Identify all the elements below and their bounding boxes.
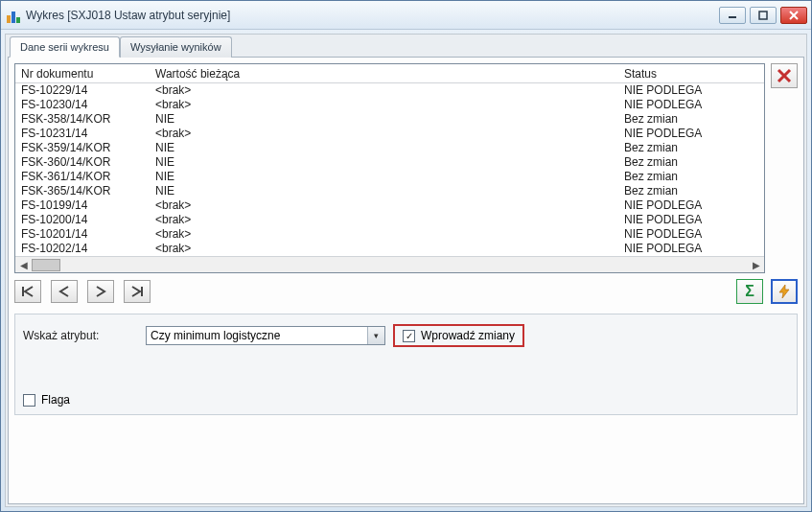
flag-checkbox[interactable]: [23, 394, 35, 407]
svg-marker-8: [779, 285, 789, 298]
scroll-left-icon[interactable]: ◀: [15, 257, 32, 273]
apply-changes-label: Wprowadź zmiany: [421, 329, 515, 342]
cell-status: Bez zmian: [624, 112, 758, 127]
cell-doc: FS-10200/14: [21, 213, 155, 227]
window-controls: [719, 7, 807, 24]
nav-next-icon: [94, 286, 107, 297]
tab-bar: Dane serii wykresu Wysyłanie wyników: [8, 36, 804, 58]
cell-status: Bez zmian: [624, 184, 758, 198]
cell-val: <brak>: [155, 98, 624, 112]
table-row[interactable]: FS-10201/14<brak>NIE PODLEGA: [21, 227, 758, 242]
attribute-label: Wskaż atrybut:: [23, 329, 138, 342]
maximize-icon: [758, 11, 768, 20]
table-row[interactable]: FSK-360/14/KORNIEBez zmian: [21, 155, 758, 170]
cell-status: NIE PODLEGA: [624, 213, 758, 227]
table-row[interactable]: FSK-358/14/KORNIEBez zmian: [21, 112, 758, 127]
col-header-doc[interactable]: Nr dokumentu: [21, 67, 155, 81]
cell-status: NIE PODLEGA: [624, 198, 758, 213]
table-row[interactable]: FS-10229/14<brak>NIE PODLEGA: [21, 83, 758, 98]
nav-prev-icon: [58, 286, 71, 297]
cell-doc: FS-10202/14: [21, 242, 155, 256]
tab-data-series[interactable]: Dane serii wykresu: [10, 36, 120, 58]
cell-status: Bez zmian: [624, 141, 758, 155]
data-grid[interactable]: Nr dokumentu Wartość bieżąca Status FS-1…: [14, 63, 765, 273]
table-row[interactable]: FS-10199/14<brak>NIE PODLEGA: [21, 198, 758, 213]
cell-val: <brak>: [155, 227, 624, 242]
col-header-val[interactable]: Wartość bieżąca: [155, 67, 624, 81]
svg-rect-1: [759, 12, 767, 19]
table-row[interactable]: FSK-359/14/KORNIEBez zmian: [21, 141, 758, 155]
cell-status: NIE PODLEGA: [624, 98, 758, 112]
nav-first-icon: [21, 286, 35, 297]
cell-doc: FS-10199/14: [21, 198, 155, 213]
delete-x-icon: [776, 67, 793, 84]
window-title: Wykres [SXJ018 Ustaw atrybut seryjnie]: [26, 9, 719, 22]
close-icon: [789, 11, 799, 20]
cell-doc: FS-10231/14: [21, 127, 155, 141]
client-area: Dane serii wykresu Wysyłanie wyników Nr …: [5, 34, 807, 507]
minimize-icon: [728, 11, 737, 20]
table-row[interactable]: FSK-361/14/KORNIEBez zmian: [21, 170, 758, 184]
cell-val: NIE: [155, 170, 624, 184]
cell-val: NIE: [155, 155, 624, 170]
bottom-panel: Wskaż atrybut: Czy minimum logistyczne ▾…: [14, 314, 798, 415]
attribute-select[interactable]: Czy minimum logistyczne ▾: [146, 326, 385, 345]
table-row[interactable]: FS-10202/14<brak>NIE PODLEGA: [21, 242, 758, 256]
close-button[interactable]: [780, 7, 807, 24]
apply-changes-checkbox[interactable]: ✓: [403, 330, 415, 342]
cell-status: NIE PODLEGA: [624, 242, 758, 256]
nav-next-button[interactable]: [87, 280, 114, 303]
run-button[interactable]: [771, 279, 798, 304]
flag-row[interactable]: Flaga: [23, 393, 789, 407]
grid-body: FS-10229/14<brak>NIE PODLEGAFS-10230/14<…: [15, 83, 764, 256]
cell-status: Bez zmian: [624, 155, 758, 170]
grid-header: Nr dokumentu Wartość bieżąca Status: [15, 64, 764, 83]
cell-status: NIE PODLEGA: [624, 227, 758, 242]
dropdown-icon[interactable]: ▾: [367, 327, 384, 344]
cell-doc: FS-10229/14: [21, 83, 155, 98]
nav-toolbar: Σ: [14, 273, 798, 304]
cell-doc: FSK-365/14/KOR: [21, 184, 155, 198]
cell-doc: FS-10230/14: [21, 98, 155, 112]
flag-label: Flaga: [41, 393, 70, 407]
sum-button[interactable]: Σ: [736, 279, 763, 304]
table-row[interactable]: FS-10200/14<brak>NIE PODLEGA: [21, 213, 758, 227]
cell-status: NIE PODLEGA: [624, 83, 758, 98]
cell-doc: FS-10201/14: [21, 227, 155, 242]
tab-send-results[interactable]: Wysyłanie wyników: [120, 36, 232, 58]
nav-first-button[interactable]: [14, 280, 41, 303]
cell-doc: FSK-359/14/KOR: [21, 141, 155, 155]
titlebar: Wykres [SXJ018 Ustaw atrybut seryjnie]: [1, 1, 811, 30]
nav-last-icon: [130, 286, 144, 297]
app-window: Wykres [SXJ018 Ustaw atrybut seryjnie] D…: [0, 0, 812, 512]
tab-panel: Nr dokumentu Wartość bieżąca Status FS-1…: [8, 57, 804, 504]
scroll-right-icon[interactable]: ▶: [748, 257, 764, 273]
maximize-button[interactable]: [750, 7, 777, 24]
cell-val: <brak>: [155, 213, 624, 227]
col-header-status[interactable]: Status: [624, 67, 758, 81]
lightning-icon: [777, 284, 792, 299]
cell-doc: FSK-358/14/KOR: [21, 112, 155, 127]
scroll-thumb[interactable]: [32, 259, 60, 271]
cell-val: NIE: [155, 141, 624, 155]
delete-button[interactable]: [771, 63, 798, 88]
table-row[interactable]: FSK-365/14/KORNIEBez zmian: [21, 184, 758, 198]
cell-val: <brak>: [155, 242, 624, 256]
minimize-button[interactable]: [719, 7, 746, 24]
horizontal-scrollbar[interactable]: ◀ ▶: [15, 256, 764, 272]
cell-val: <brak>: [155, 127, 624, 141]
cell-val: NIE: [155, 112, 624, 127]
app-icon: [7, 8, 22, 23]
cell-val: <brak>: [155, 198, 624, 213]
cell-status: NIE PODLEGA: [624, 127, 758, 141]
grid-top-row: Nr dokumentu Wartość bieżąca Status FS-1…: [14, 63, 798, 273]
attribute-select-value: Czy minimum logistyczne: [147, 327, 367, 344]
cell-status: Bez zmian: [624, 170, 758, 184]
table-row[interactable]: FS-10231/14<brak>NIE PODLEGA: [21, 127, 758, 141]
sigma-icon: Σ: [745, 283, 754, 300]
apply-changes-group[interactable]: ✓ Wprowadź zmiany: [393, 324, 524, 347]
table-row[interactable]: FS-10230/14<brak>NIE PODLEGA: [21, 98, 758, 112]
nav-prev-button[interactable]: [51, 280, 78, 303]
cell-doc: FSK-361/14/KOR: [21, 170, 155, 184]
nav-last-button[interactable]: [124, 280, 151, 303]
